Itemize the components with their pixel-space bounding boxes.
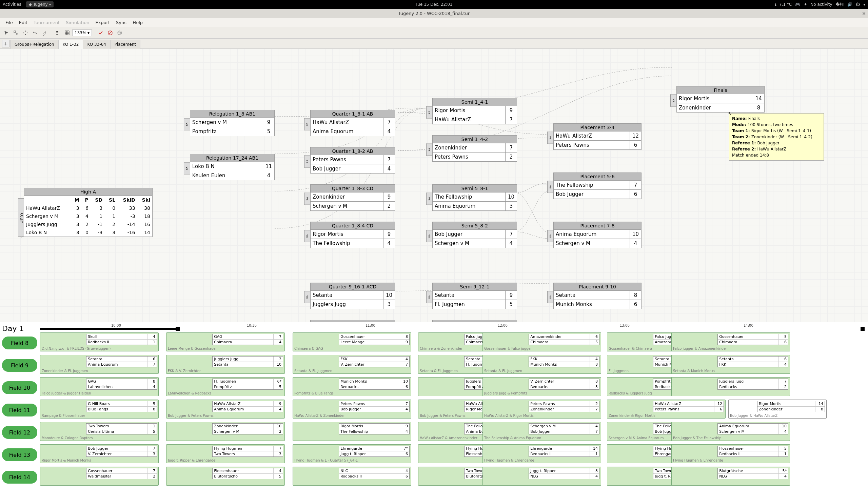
schedule-slot[interactable]: Jugglers Jugg7Redbacks2 — [671, 377, 790, 396]
schedule-slot[interactable]: Schergen v M4Bob Jugger7The Fellowship &… — [482, 422, 601, 441]
schedule-slot[interactable]: GAG8Lahnveilchen4Falco jugger & Jugger H… — [40, 377, 159, 396]
node-semi-5-8-1[interactable]: vsSemi 5_8-1The Fellowship10Anima Equoru… — [432, 184, 517, 211]
link-tool-icon[interactable] — [31, 28, 39, 37]
schedule-slot[interactable]: Fl. Juggmen6*Pompfritz5Lahnveilchen & Re… — [166, 377, 285, 396]
schedule-slot[interactable]: Munich Monks10Redbacks6Pompfritz & Blue … — [293, 377, 411, 396]
window-close-icon[interactable]: ✕ — [862, 11, 866, 16]
field-label[interactable]: Field 11 — [2, 404, 37, 416]
node-semi-1-4-1[interactable]: vsSemi 1_4-1Rigor Mortis9HaWu AllstarZ7 — [432, 98, 517, 124]
clean-tool-icon[interactable] — [40, 28, 49, 37]
grid-lines-icon[interactable] — [63, 28, 72, 37]
globe-icon[interactable] — [115, 28, 124, 37]
validate-icon[interactable] — [96, 28, 105, 37]
node-placement-7-8[interactable]: vsPlacement 7-8Anima Equorum10Schergen v… — [553, 222, 642, 248]
stage-tabs: + Groups+Relegation KO 1-32 KO 33-64 Pla… — [0, 39, 868, 49]
field-label[interactable]: Field 9 — [2, 359, 37, 372]
schedule-slot[interactable]: GAG7Chimaera4Leere Menge & Gossenhauer — [166, 332, 285, 351]
schedule-slot[interactable]: HaWu AllstarZ9Anima Equorum4Bob Jugger &… — [166, 400, 285, 419]
group-tool-icon[interactable] — [12, 28, 20, 37]
schedule-slot[interactable]: Flying Hugmen7Two Towers3Jugg t. Ripper … — [166, 444, 285, 463]
schedule-slot[interactable]: Rigor Mortis14Zonenkinder8Bob Jugger & H… — [728, 400, 827, 419]
clock[interactable]: Tue 15 Dec, 22:01 — [416, 2, 453, 7]
menu-edit[interactable]: Edit — [16, 19, 30, 26]
schedule-slot[interactable]: Blutgrätsche5*NLG4 — [671, 467, 790, 486]
grid-dots-icon[interactable] — [53, 28, 62, 37]
schedule-slot[interactable]: Two Towers1Cerisia Ultima5Marodeure & Co… — [40, 422, 159, 441]
schedule-slot[interactable]: V. Zernichter8Redbacks3Jugglers Jugg & P… — [482, 377, 601, 396]
node-finals[interactable]: vsFinalsRigor Mortis14Zonenkinder8 — [676, 86, 765, 113]
schedule-slot[interactable]: G-Hill Boars5Blue Fangs8Rampage & Flosse… — [40, 400, 159, 419]
power-icon[interactable]: ⏻ — [856, 2, 860, 7]
field-row: Field 10GAG8Lahnveilchen4Falco jugger & … — [0, 377, 865, 398]
node-quarter-2[interactable]: vsQuarter 1_8-2 ABPeters Pawns7Bob Jugge… — [310, 147, 395, 174]
pointer-tool-icon[interactable] — [2, 28, 11, 37]
svg-point-4 — [59, 31, 59, 32]
svg-point-7 — [59, 33, 59, 33]
schedule-slot[interactable]: Ehrengarde7*Jugg t. Ripper6Flying Hugmen… — [293, 444, 411, 463]
menu-file[interactable]: File — [3, 19, 16, 26]
no-entry-icon[interactable] — [106, 28, 115, 37]
schedule-slot[interactable]: Skull4Redbacks II1D.d.N.n.g.w.d. & FREIL… — [40, 332, 159, 351]
standings-high-a[interactable]: RR-diff High A MPSDSLSklDSkl HaWu Allsta… — [24, 188, 153, 237]
schedule-slot[interactable]: Flossenhauer5Redbacks II1Flying Hugmen &… — [671, 444, 790, 463]
field-label[interactable]: Field 14 — [2, 471, 37, 484]
schedule-slot[interactable]: Setanta6Anima Equorum7Zonenkinder & Fl. … — [40, 355, 159, 374]
node-relegation-17-24[interactable]: vsRelegation 17_24 AB1Loko B N11Keulen E… — [190, 154, 275, 180]
field-row: Field 9Setanta6Anima Equorum7Zonenkinder… — [0, 354, 865, 376]
schedule-slot[interactable]: Bob Jugger7V. Zernichter3Rigor Mortis & … — [40, 444, 159, 463]
node-quarter-1[interactable]: vsQuarter 1_8-1 ABHaWu AllstarZ7Anima Eq… — [310, 110, 395, 136]
system-menu-icon[interactable]: ▾ — [863, 2, 865, 7]
schedule-slot[interactable]: Peters Pawns7Bob Jugger4HaWu AllstarZ & … — [293, 400, 411, 419]
schedule-slot[interactable]: Setanta6FKK4Setanta & Munich Monks — [671, 355, 790, 374]
field-label[interactable]: Field 8 — [2, 337, 37, 349]
node-placement-9-10[interactable]: vsPlacement 9-10Setanta8Munich Monks6 — [553, 283, 642, 309]
schedule-slot[interactable]: HaWu AllstarZ12Peters Pawns6Zonenkinder … — [607, 400, 726, 419]
schedule-slot[interactable]: Gossenhauer8Leere Menge9Chimaera & GAG — [293, 332, 411, 351]
app-menu[interactable]: ◆ Tugeny ▾ — [26, 1, 54, 7]
zoom-select[interactable]: 133% ▾ — [72, 29, 92, 36]
discord-tray-icon[interactable]: 🎮 — [795, 2, 800, 7]
node-semi-1-4-2[interactable]: vsSemi 1_4-2Zonenkinder7Peters Pawns2 — [432, 135, 517, 162]
menu-export[interactable]: Export — [93, 19, 113, 26]
node-semi-9-12-1[interactable]: vsSemi 9_12-1Setanta9Fl. Juggmen5 — [432, 283, 517, 309]
schedule-slot[interactable]: Peters Pawns2Zonenkinder7HaWu AllstarZ &… — [482, 400, 601, 419]
node-quarter-3[interactable]: vsQuarter 1_8-3 CDZonenkinder9Schergen v… — [310, 184, 395, 211]
field-label[interactable]: Field 12 — [2, 426, 37, 439]
add-tab-button[interactable]: + — [2, 40, 9, 47]
field-label[interactable]: Field 13 — [2, 448, 37, 461]
schedule-slot[interactable]: Ehrengarde14Redbacks II1Flying Hugmen & … — [482, 444, 601, 463]
bracket-canvas[interactable]: RR-diff High A MPSDSLSklDSkl HaWu Allsta… — [0, 49, 868, 322]
schedule-slot[interactable]: Anima Equorum10Schergen v M4Bob Jugger &… — [671, 422, 790, 441]
schedule-slot[interactable]: Jugg t. Ripper8NLG4 — [482, 467, 601, 486]
schedule-slot[interactable]: Gossenhauer5Chimaera6Falco jugger & Amaz… — [671, 332, 790, 351]
menu-help[interactable]: Help — [130, 19, 145, 26]
menu-sync[interactable]: Sync — [113, 19, 129, 26]
node-placement-3-4[interactable]: vsPlacement 3-4HaWu AllstarZ12Peters Paw… — [553, 123, 642, 150]
cursor-icon: ↖ — [728, 111, 732, 116]
schedule-slot[interactable]: FKK4Munich Monks8Setanta & Fl. Juggmen — [482, 355, 601, 374]
schedule-slot[interactable]: Zonenkinder10Schergen v M2 — [166, 422, 285, 441]
schedule-slot[interactable]: FKK4V. Zernichter7Setanta & Fl. Juggmen — [293, 355, 411, 374]
tab-ko-1-32[interactable]: KO 1-32 — [58, 40, 83, 49]
tab-placement[interactable]: Placement — [110, 40, 140, 49]
volume-icon[interactable]: 🔊 — [847, 2, 852, 7]
no-activity: No activity — [810, 2, 832, 7]
tab-groups-relegation[interactable]: Groups+Relegation — [10, 40, 59, 49]
node-placement-5-6[interactable]: vsPlacement 5-6The Fellowship7Bob Jugger… — [553, 172, 642, 199]
schedule-slot[interactable]: NLG4Rodbacks II6 — [293, 467, 411, 486]
schedule-slot[interactable]: Flossenhauer4Blutorätscho5 — [166, 467, 285, 486]
schedule-slot[interactable]: Rigor Mortis9The Fellowship4 — [293, 422, 411, 441]
move-tool-icon[interactable] — [21, 28, 30, 37]
node-relegation-1-8[interactable]: vsRelegation 1_8 AB1Schergen v M9Pompfri… — [190, 110, 275, 136]
node-semi-5-8-2[interactable]: vsSemi 5_8-2Bob Jugger7Schergen v M4 — [432, 222, 517, 248]
node-quarter-9a[interactable]: vsQuarter 9_16-1 ACDSetanta10Jugglers Ju… — [310, 283, 395, 309]
tab-ko-33-64[interactable]: KO 33-64 — [83, 40, 110, 49]
schedule-slot[interactable]: Gossenhauer7Waldmeister2 — [40, 467, 159, 486]
telegram-tray-icon[interactable]: ✈ — [804, 2, 807, 7]
field-label[interactable]: Field 10 — [2, 381, 37, 394]
schedule-slot[interactable]: Amazonenkinder6Chimaera5Gossenhauer & Fa… — [482, 332, 601, 351]
node-quarter-4[interactable]: vsQuarter 1_8-4 CDRigor Mortis9The Fello… — [310, 222, 395, 248]
activities-button[interactable]: Activities — [3, 2, 21, 7]
network-icon[interactable]: �杻 — [836, 2, 844, 7]
schedule-slot[interactable]: Jugglers Jugg3Setanta10FKK & V. Zernicht… — [166, 355, 285, 374]
